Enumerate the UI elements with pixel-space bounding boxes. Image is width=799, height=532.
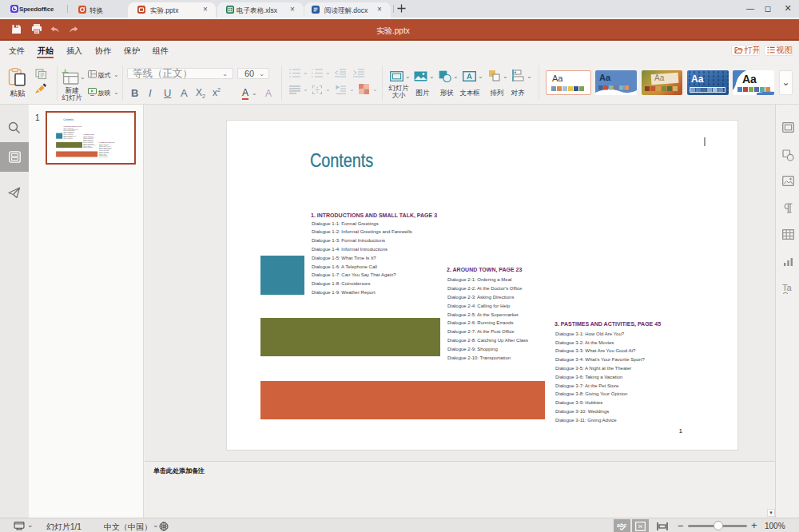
svg-text:Ta: Ta bbox=[782, 283, 793, 292]
